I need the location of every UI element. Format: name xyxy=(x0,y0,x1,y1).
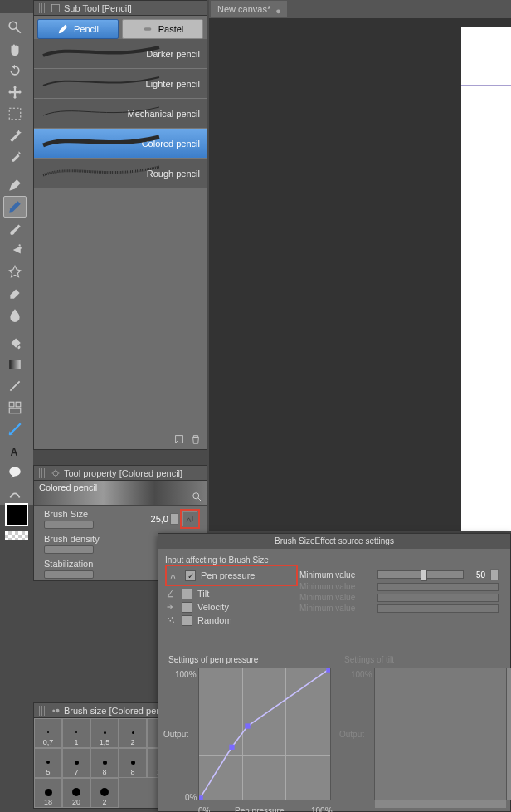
subtool-item-mechanical[interactable]: Mechanical pencil xyxy=(34,99,207,129)
toolprop-title: Tool property [Colored pencil] xyxy=(64,468,182,478)
xlabel: Pen pressure xyxy=(235,806,284,812)
scroll-vertical[interactable] xyxy=(506,668,511,800)
canvas-tab[interactable]: New canvas* ● xyxy=(211,1,287,17)
balloon-tool[interactable] xyxy=(3,462,27,483)
svg-rect-27 xyxy=(199,795,203,800)
pen-tool[interactable] xyxy=(3,174,27,196)
velocity-label: Velocity xyxy=(197,602,229,612)
min-slider[interactable] xyxy=(377,570,464,579)
airbrush-tool[interactable] xyxy=(3,239,27,261)
brush-tool[interactable] xyxy=(3,218,27,239)
brushsize-preset[interactable]: 8 xyxy=(90,748,119,778)
rotate-tool[interactable] xyxy=(3,60,27,81)
brushsize-preset[interactable]: 2 xyxy=(90,778,119,808)
svg-point-4 xyxy=(20,247,22,249)
brushsize-preset[interactable]: 1 xyxy=(62,718,90,748)
marquee-tool[interactable] xyxy=(3,103,27,125)
panel-icon xyxy=(51,3,61,13)
subtool-item-darker[interactable]: Darker pencil xyxy=(34,39,207,69)
svg-point-19 xyxy=(56,708,60,712)
magnifier-tool[interactable] xyxy=(3,17,27,38)
svg-point-15 xyxy=(53,471,58,476)
brushsize-preset[interactable]: 2 xyxy=(119,718,147,748)
brush-size-slider[interactable] xyxy=(44,521,94,529)
gradient-tool[interactable] xyxy=(3,354,27,375)
brushsize-label: 8 xyxy=(102,768,106,776)
min-value[interactable]: 50 xyxy=(469,570,485,580)
subtool-tab-pencil[interactable]: Pencil xyxy=(37,19,119,39)
svg-rect-26 xyxy=(326,668,330,673)
brushsize-label: 5 xyxy=(46,768,50,776)
subtool-header[interactable]: Sub Tool [Pencil] xyxy=(34,1,207,16)
svg-rect-13 xyxy=(144,27,151,31)
eyedropper-tool[interactable] xyxy=(3,146,27,168)
brushsize-label: 8 xyxy=(130,768,134,776)
brushsize-preset[interactable]: 0,7 xyxy=(34,718,62,748)
brush-dynamics-button[interactable] xyxy=(182,511,197,526)
subtool-list: Darker pencil Lighter pencil Mechanical … xyxy=(34,39,207,188)
brush-density-slider[interactable] xyxy=(44,545,94,554)
foreground-color[interactable] xyxy=(5,503,28,526)
min-row-tilt: Minimum value xyxy=(299,582,499,591)
x100-label: 100% xyxy=(311,806,333,812)
pressure-graph[interactable] xyxy=(198,668,331,800)
velocity-checkbox[interactable] xyxy=(182,602,192,613)
brushsize-label: 7 xyxy=(74,768,78,776)
brushsize-preset[interactable]: 18 xyxy=(34,778,62,808)
delete-subtool-icon[interactable] xyxy=(190,433,202,445)
transparent-color[interactable] xyxy=(5,531,28,540)
pressure-graph-container: Settings of pen pressure 100% Output 0% xyxy=(168,655,331,802)
close-icon[interactable]: ● xyxy=(275,6,282,12)
hand-tool[interactable] xyxy=(3,38,27,60)
popup-title: Brush SizeEffect source settings xyxy=(158,534,510,549)
stabilization-slider[interactable] xyxy=(44,570,94,579)
blend-tool[interactable] xyxy=(3,304,27,325)
tilt-checkbox[interactable] xyxy=(182,589,192,599)
brushsize-label: 1,5 xyxy=(100,738,110,746)
main-toolbar: A xyxy=(0,13,33,505)
subtool-item-lighter[interactable]: Lighter pencil xyxy=(34,69,207,99)
brushsize-preset[interactable]: 20 xyxy=(62,778,90,808)
scroll-horizontal[interactable] xyxy=(375,800,506,808)
text-tool[interactable]: A xyxy=(3,440,27,462)
min-label: Minimum value xyxy=(299,570,372,580)
tab-label: Pencil xyxy=(74,24,99,34)
decoration-tool[interactable] xyxy=(3,261,27,282)
brushsize-preset[interactable]: 8 xyxy=(119,748,147,778)
y0-label: 0% xyxy=(185,793,197,802)
toolprop-header[interactable]: Tool property [Colored pencil] xyxy=(34,466,207,481)
pencil-tool[interactable] xyxy=(3,196,27,218)
svg-point-20 xyxy=(168,618,169,619)
magnifier-icon[interactable] xyxy=(192,492,203,503)
eraser-tool[interactable] xyxy=(3,282,27,304)
random-checkbox[interactable] xyxy=(182,615,192,626)
dynamics-icon xyxy=(185,514,195,524)
svg-rect-24 xyxy=(229,745,234,750)
wand-tool[interactable] xyxy=(3,125,27,146)
canvas[interactable] xyxy=(461,27,511,531)
frame-tool[interactable] xyxy=(3,397,27,418)
subtool-item-colored[interactable]: Colored pencil xyxy=(34,129,207,159)
fill-tool[interactable] xyxy=(3,332,27,354)
subtool-tab-pastel[interactable]: Pastel xyxy=(122,19,203,39)
brush-size-spinner[interactable] xyxy=(170,513,178,525)
brushsize-preset[interactable]: 5 xyxy=(34,748,62,778)
subtool-item-rough[interactable]: Rough pencil xyxy=(34,159,207,188)
line-tool[interactable] xyxy=(3,375,27,397)
new-subtool-icon[interactable] xyxy=(173,433,185,445)
brushsize-label: 0,7 xyxy=(43,738,54,746)
brushsize-label: 2 xyxy=(102,798,106,806)
guide-horizontal xyxy=(461,492,511,492)
pressure-checkbox[interactable] xyxy=(185,570,196,581)
ruler-tool[interactable] xyxy=(3,418,27,440)
highlight-box: Pen pressure xyxy=(165,565,298,586)
brushsize-preset[interactable]: 7 xyxy=(62,748,90,778)
svg-text:A: A xyxy=(10,447,17,458)
brush-size-value[interactable]: 25,0 xyxy=(144,514,168,524)
svg-rect-9 xyxy=(9,408,21,413)
highlight-box xyxy=(180,509,200,529)
min-spinner[interactable] xyxy=(490,569,499,580)
brushsize-label: 1 xyxy=(74,738,78,746)
move-tool[interactable] xyxy=(3,81,27,103)
brushsize-preset[interactable]: 1,5 xyxy=(90,718,119,748)
